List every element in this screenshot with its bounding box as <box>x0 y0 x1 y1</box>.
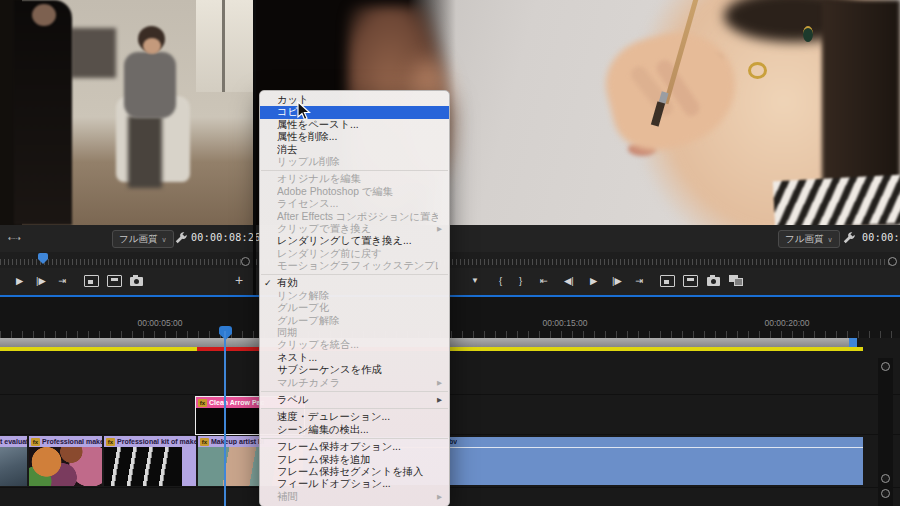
program-quality-dropdown[interactable]: フル画質∨ <box>778 230 840 248</box>
menu-item[interactable]: レンダリングして置き換え... <box>260 235 449 247</box>
scene-person-head <box>32 4 56 26</box>
lift-icon[interactable] <box>660 275 675 287</box>
comparison-view-icon[interactable] <box>729 275 743 286</box>
extract-icon[interactable] <box>683 275 698 287</box>
monitor-control-strip: ⇠⇢ フル画質∨ 00:00:08:26 フル画質∨ 00:00:35 <box>0 225 900 253</box>
menu-item: 補間▶ <box>260 491 449 503</box>
source-timecode[interactable]: 00:00:08:26 <box>191 232 261 243</box>
timeline-vertical-scrollbar[interactable] <box>878 358 893 506</box>
fx-badge-icon: fx <box>198 399 207 407</box>
menu-item[interactable]: ラベル▶ <box>260 394 449 406</box>
menu-item-label: ライセンス... <box>277 198 438 210</box>
menu-item-label: After Effects コンポジションに置き換え <box>277 211 438 223</box>
menu-item: マルチカメラ▶ <box>260 377 449 389</box>
menu-item: グループ化 <box>260 302 449 314</box>
add-marker-icon[interactable]: ▼ <box>471 275 479 287</box>
menu-item[interactable]: 属性を削除... <box>260 131 449 143</box>
menu-item[interactable]: カット <box>260 94 449 106</box>
scrollbar-knob[interactable] <box>881 489 890 498</box>
source-button-editor-plus[interactable]: + <box>235 272 243 288</box>
timeline-ruler[interactable]: 00:00:05:00 00:00:15:00 00:00:20:00 <box>0 297 900 338</box>
menu-item-label: シーン編集の検出... <box>277 424 438 436</box>
clip-professional-kit[interactable]: fx Professional kit of makeup br <box>104 436 196 486</box>
menu-item-label: フレーム保持オプション... <box>277 441 438 453</box>
source-settings-wrench-icon[interactable] <box>174 231 188 245</box>
export-frame-icon[interactable] <box>707 277 720 286</box>
menu-item-label: マルチカメラ <box>277 377 433 389</box>
menu-item[interactable]: フレーム保持オプション... <box>260 441 449 453</box>
menu-item[interactable]: ネスト... <box>260 352 449 364</box>
source-quality-label: フル画質 <box>119 233 157 244</box>
clip-thumbnail <box>0 447 27 486</box>
drag-video-audio-icon[interactable]: ⇠⇢ <box>8 234 19 243</box>
insert-icon[interactable] <box>84 275 99 287</box>
menu-separator <box>261 274 448 275</box>
source-quality-dropdown[interactable]: フル画質∨ <box>112 230 174 248</box>
track-divider <box>0 487 900 488</box>
scene-window-frame <box>222 0 225 92</box>
menu-item[interactable]: 消去 <box>260 144 449 156</box>
panel-divider <box>253 0 256 295</box>
menu-item[interactable]: サブシーケンスを作成 <box>260 364 449 376</box>
go-to-out-icon[interactable]: ⇥ <box>635 275 643 287</box>
menu-item[interactable]: ✓有効 <box>260 277 449 289</box>
mark-out-icon[interactable]: } <box>519 275 522 287</box>
checkmark-icon: ✓ <box>264 277 275 289</box>
menu-item: Adobe Photoshop で編集 <box>260 186 449 198</box>
menu-item[interactable]: 属性をペースト... <box>260 119 449 131</box>
scrubber-end-knob[interactable] <box>888 257 897 266</box>
menu-item-label: 有効 <box>277 277 438 289</box>
work-area-end-handle[interactable] <box>849 338 857 347</box>
overwrite-icon[interactable] <box>107 275 122 287</box>
menu-item: リップル削除 <box>260 156 449 168</box>
go-to-out-icon[interactable]: ⇥ <box>58 275 66 287</box>
menu-item: モーショングラフィックステンプレートとして書き出し... <box>260 260 449 272</box>
step-forward-icon[interactable]: |▶ <box>612 275 622 287</box>
clip-title: Professional makeup <box>42 438 102 445</box>
menu-item-label: モーショングラフィックステンプレートとして書き出し... <box>277 260 438 272</box>
clip-thumbnail <box>104 447 196 486</box>
menu-item[interactable]: フレーム保持を追加 <box>260 454 449 466</box>
ruler-timecode-label: 00:00:20:00 <box>765 318 810 328</box>
menu-item-label: フレーム保持セグメントを挿入 <box>277 466 438 478</box>
play-icon[interactable]: ▶ <box>590 275 597 287</box>
scene-gold-ring <box>748 62 767 79</box>
menu-item[interactable]: フィールドオプション... <box>260 478 449 490</box>
source-scrubber[interactable] <box>0 252 253 268</box>
clip-thumbnail <box>29 447 102 486</box>
scrollbar-knob[interactable] <box>881 474 890 483</box>
play-icon[interactable]: ▶ <box>16 275 23 287</box>
program-timecode[interactable]: 00:00:35 <box>862 232 900 243</box>
clip-client-evaluate[interactable]: t evaluate <box>0 436 27 486</box>
menu-item[interactable]: 速度・デュレーション... <box>260 411 449 423</box>
menu-item[interactable]: コピー <box>260 106 449 118</box>
step-back-icon[interactable]: ◀| <box>564 275 574 287</box>
scene-furniture <box>70 28 116 78</box>
transport-bar: ▶|▶⇥ + ▼{}⇤◀|▶|▶⇥ <box>0 268 900 295</box>
export-frame-icon[interactable] <box>130 277 143 286</box>
scene-seated-legs <box>128 116 162 188</box>
scrubber-end-knob[interactable] <box>241 257 250 266</box>
clip-professional-makeup[interactable]: fx Professional makeup <box>29 436 102 486</box>
clip-tail <box>182 447 196 486</box>
menu-item-label: クリップを統合... <box>277 339 438 351</box>
menu-item: ライセンス... <box>260 198 449 210</box>
menu-item[interactable]: シーン編集の検出... <box>260 424 449 436</box>
menu-item-label: オリジナルを編集 <box>277 173 438 185</box>
menu-item[interactable]: フレーム保持セグメントを挿入 <box>260 466 449 478</box>
program-settings-wrench-icon[interactable] <box>842 231 856 245</box>
menu-item-label: 同期 <box>277 327 438 339</box>
menu-item-label: ラベル <box>277 394 433 406</box>
mark-in-icon[interactable]: { <box>499 275 502 287</box>
chevron-down-icon: ∨ <box>161 236 166 243</box>
step-forward-icon[interactable]: |▶ <box>36 275 46 287</box>
submenu-arrow-icon: ▶ <box>437 223 442 235</box>
scene-woman-face <box>143 38 161 54</box>
go-to-in-icon[interactable]: ⇤ <box>540 275 548 287</box>
ruler-timecode-label: 00:00:15:00 <box>543 318 588 328</box>
scrollbar-knob[interactable] <box>881 362 890 371</box>
menu-separator <box>261 170 448 171</box>
source-monitor-video <box>0 0 253 225</box>
premiere-pro-window: ⇠⇢ フル画質∨ 00:00:08:26 フル画質∨ 00:00:35 ▶|▶⇥… <box>0 0 900 506</box>
submenu-arrow-icon: ▶ <box>437 377 442 389</box>
